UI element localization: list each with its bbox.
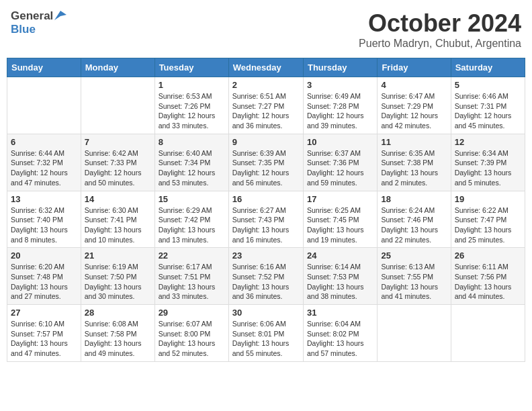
logo-general: General [11,9,53,23]
calendar-cell [378,305,451,362]
title-area: October 2024 Puerto Madryn, Chubut, Arge… [359,9,521,50]
day-number: 17 [307,194,373,204]
day-number: 19 [455,194,521,204]
calendar-cell: 31Sunrise: 6:04 AM Sunset: 8:02 PM Dayli… [303,305,377,362]
calendar-cell: 21Sunrise: 6:19 AM Sunset: 7:50 PM Dayli… [81,248,154,305]
day-info: Sunrise: 6:51 AM Sunset: 7:27 PM Dayligh… [232,91,300,131]
location-title: Puerto Madryn, Chubut, Argentina [359,38,521,50]
day-number: 12 [455,137,521,147]
day-info: Sunrise: 6:35 AM Sunset: 7:38 PM Dayligh… [381,148,447,188]
month-title: October 2024 [359,9,521,38]
day-info: Sunrise: 6:29 AM Sunset: 7:42 PM Dayligh… [159,205,225,245]
day-info: Sunrise: 6:07 AM Sunset: 8:00 PM Dayligh… [159,319,225,359]
day-number: 3 [307,80,373,90]
day-info: Sunrise: 6:34 AM Sunset: 7:39 PM Dayligh… [455,148,521,188]
day-info: Sunrise: 6:22 AM Sunset: 7:47 PM Dayligh… [455,205,521,245]
calendar-cell: 16Sunrise: 6:27 AM Sunset: 7:43 PM Dayli… [228,191,303,248]
day-info: Sunrise: 6:39 AM Sunset: 7:35 PM Dayligh… [232,148,300,188]
day-info: Sunrise: 6:19 AM Sunset: 7:50 PM Dayligh… [85,262,151,302]
day-info: Sunrise: 6:44 AM Sunset: 7:32 PM Dayligh… [11,148,77,188]
day-number: 18 [381,194,447,204]
calendar-cell: 10Sunrise: 6:37 AM Sunset: 7:36 PM Dayli… [303,134,377,191]
calendar-cell: 26Sunrise: 6:11 AM Sunset: 7:56 PM Dayli… [451,248,525,305]
day-number: 10 [307,137,373,147]
header-day-tuesday: Tuesday [154,58,228,77]
day-info: Sunrise: 6:25 AM Sunset: 7:45 PM Dayligh… [307,205,373,245]
day-info: Sunrise: 6:30 AM Sunset: 7:41 PM Dayligh… [85,205,151,245]
day-number: 15 [159,194,225,204]
calendar-cell: 4Sunrise: 6:47 AM Sunset: 7:29 PM Daylig… [378,77,451,134]
calendar-cell: 9Sunrise: 6:39 AM Sunset: 7:35 PM Daylig… [228,134,303,191]
calendar-cell [7,77,81,134]
day-number: 4 [381,80,447,90]
day-number: 25 [381,250,447,261]
calendar-cell: 20Sunrise: 6:20 AM Sunset: 7:48 PM Dayli… [7,248,81,305]
day-number: 29 [159,308,225,318]
logo-bird-icon [54,11,66,20]
calendar-cell: 28Sunrise: 6:08 AM Sunset: 7:58 PM Dayli… [81,305,154,362]
calendar-cell: 18Sunrise: 6:24 AM Sunset: 7:46 PM Dayli… [378,191,451,248]
calendar-week-row: 27Sunrise: 6:10 AM Sunset: 7:57 PM Dayli… [7,305,525,362]
calendar-cell: 7Sunrise: 6:42 AM Sunset: 7:33 PM Daylig… [81,134,154,191]
day-number: 6 [11,137,77,147]
day-number: 21 [85,250,151,261]
calendar-cell: 14Sunrise: 6:30 AM Sunset: 7:41 PM Dayli… [81,191,154,248]
header-day-friday: Friday [378,58,451,77]
calendar-cell: 24Sunrise: 6:14 AM Sunset: 7:53 PM Dayli… [303,248,377,305]
calendar-cell: 29Sunrise: 6:07 AM Sunset: 8:00 PM Dayli… [154,305,228,362]
calendar-cell: 27Sunrise: 6:10 AM Sunset: 7:57 PM Dayli… [7,305,81,362]
day-info: Sunrise: 6:47 AM Sunset: 7:29 PM Dayligh… [381,91,447,131]
day-number: 30 [232,308,300,318]
day-number: 14 [85,194,151,204]
calendar-header-row: SundayMondayTuesdayWednesdayThursdayFrid… [7,58,525,77]
day-number: 26 [455,250,521,261]
day-number: 27 [11,308,77,318]
day-info: Sunrise: 6:24 AM Sunset: 7:46 PM Dayligh… [381,205,447,245]
calendar-cell: 8Sunrise: 6:40 AM Sunset: 7:34 PM Daylig… [154,134,228,191]
calendar-cell: 30Sunrise: 6:06 AM Sunset: 8:01 PM Dayli… [228,305,303,362]
svg-marker-0 [54,11,66,20]
logo: General Blue [11,9,66,36]
calendar-cell: 25Sunrise: 6:13 AM Sunset: 7:55 PM Dayli… [378,248,451,305]
header-day-wednesday: Wednesday [228,58,303,77]
calendar-week-row: 6Sunrise: 6:44 AM Sunset: 7:32 PM Daylig… [7,134,525,191]
day-number: 11 [381,137,447,147]
day-info: Sunrise: 6:04 AM Sunset: 8:02 PM Dayligh… [307,319,373,359]
calendar-cell: 19Sunrise: 6:22 AM Sunset: 7:47 PM Dayli… [451,191,525,248]
day-number: 22 [159,250,225,261]
day-number: 28 [85,308,151,318]
day-number: 24 [307,250,373,261]
calendar-cell [81,77,154,134]
day-info: Sunrise: 6:14 AM Sunset: 7:53 PM Dayligh… [307,262,373,302]
calendar-cell: 6Sunrise: 6:44 AM Sunset: 7:32 PM Daylig… [7,134,81,191]
calendar-week-row: 1Sunrise: 6:53 AM Sunset: 7:26 PM Daylig… [7,77,525,134]
calendar-cell: 3Sunrise: 6:49 AM Sunset: 7:28 PM Daylig… [303,77,377,134]
calendar-table: SundayMondayTuesdayWednesdayThursdayFrid… [7,58,525,362]
calendar-cell: 12Sunrise: 6:34 AM Sunset: 7:39 PM Dayli… [451,134,525,191]
calendar-cell: 23Sunrise: 6:16 AM Sunset: 7:52 PM Dayli… [228,248,303,305]
day-number: 16 [232,194,300,204]
day-number: 9 [232,137,300,147]
day-number: 13 [11,194,77,204]
calendar-cell: 15Sunrise: 6:29 AM Sunset: 7:42 PM Dayli… [154,191,228,248]
day-info: Sunrise: 6:42 AM Sunset: 7:33 PM Dayligh… [85,148,151,188]
header-day-monday: Monday [81,58,154,77]
header-day-thursday: Thursday [303,58,377,77]
day-info: Sunrise: 6:27 AM Sunset: 7:43 PM Dayligh… [232,205,300,245]
day-number: 2 [232,80,300,90]
day-info: Sunrise: 6:53 AM Sunset: 7:26 PM Dayligh… [159,91,225,131]
day-info: Sunrise: 6:37 AM Sunset: 7:36 PM Dayligh… [307,148,373,188]
day-info: Sunrise: 6:06 AM Sunset: 8:01 PM Dayligh… [232,319,300,359]
day-info: Sunrise: 6:49 AM Sunset: 7:28 PM Dayligh… [307,91,373,131]
day-info: Sunrise: 6:20 AM Sunset: 7:48 PM Dayligh… [11,262,77,302]
day-info: Sunrise: 6:32 AM Sunset: 7:40 PM Dayligh… [11,205,77,245]
day-info: Sunrise: 6:11 AM Sunset: 7:56 PM Dayligh… [455,262,521,302]
calendar-cell: 11Sunrise: 6:35 AM Sunset: 7:38 PM Dayli… [378,134,451,191]
day-number: 8 [159,137,225,147]
day-info: Sunrise: 6:13 AM Sunset: 7:55 PM Dayligh… [381,262,447,302]
day-number: 20 [11,250,77,261]
day-info: Sunrise: 6:17 AM Sunset: 7:51 PM Dayligh… [159,262,225,302]
calendar-cell: 2Sunrise: 6:51 AM Sunset: 7:27 PM Daylig… [228,77,303,134]
calendar-cell: 22Sunrise: 6:17 AM Sunset: 7:51 PM Dayli… [154,248,228,305]
day-number: 31 [307,308,373,318]
